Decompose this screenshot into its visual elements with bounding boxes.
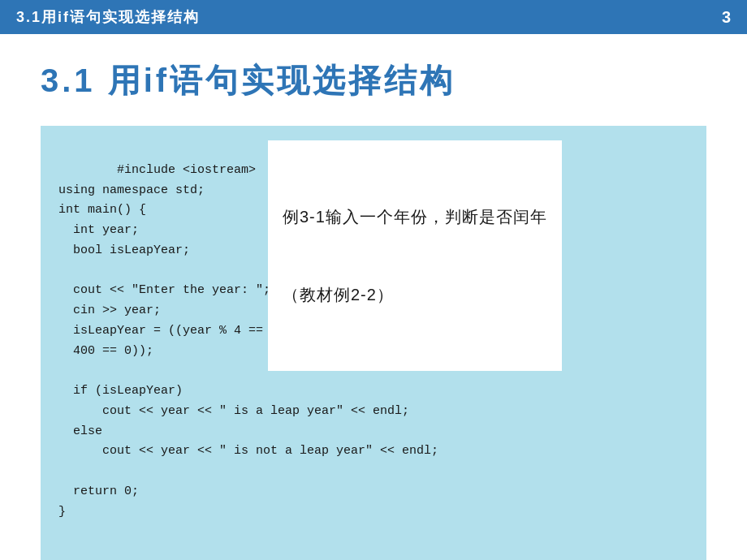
code-block: #include <iostream> using namespace std;…	[41, 126, 706, 560]
callout-box: 例3-1输入一个年份，判断是否闰年 （教材例2-2）	[268, 140, 562, 371]
slide-title: 3.1 用if语句实现选择结构	[41, 58, 706, 103]
slide: 3.1用if语句实现选择结构 3 3.1 用if语句实现选择结构 #includ…	[0, 0, 747, 560]
top-bar-title: 3.1用if语句实现选择结构	[16, 7, 200, 27]
top-bar: 3.1用if语句实现选择结构 3	[0, 0, 747, 34]
callout-line1: 例3-1输入一个年份，判断是否闰年	[283, 204, 547, 230]
content-area: #include <iostream> using namespace std;…	[41, 126, 706, 560]
main-content: 3.1 用if语句实现选择结构 #include <iostream> usin…	[0, 34, 747, 560]
callout-line2: （教材例2-2）	[283, 282, 547, 308]
page-number: 3	[722, 8, 731, 27]
